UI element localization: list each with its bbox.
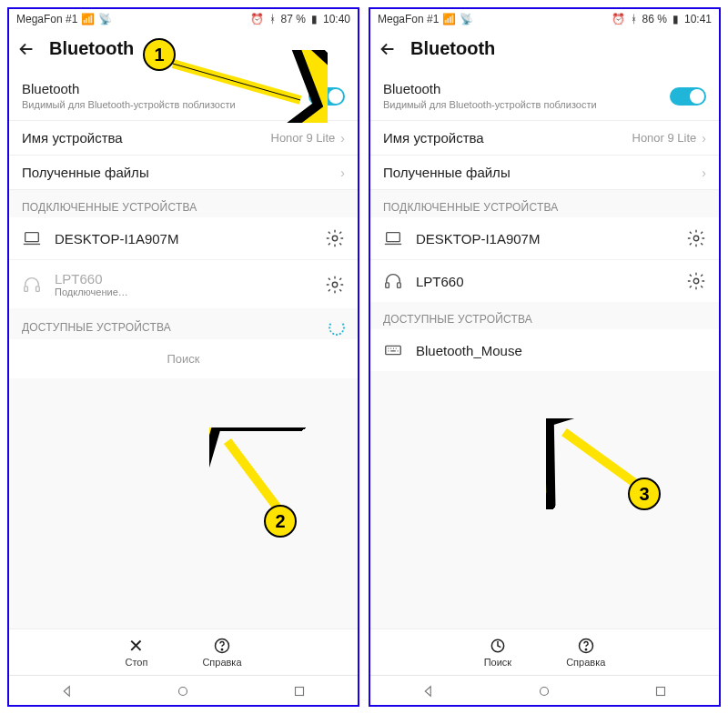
scanning-label: Поиск: [9, 339, 358, 378]
device-name-label: Имя устройства: [22, 130, 271, 146]
scan-button[interactable]: Поиск: [484, 637, 511, 668]
carrier-label: MegaFon #1: [378, 13, 439, 25]
back-button[interactable]: [378, 39, 398, 59]
battery-percent: 86 %: [642, 13, 667, 25]
alarm-icon: ⏰: [250, 13, 264, 25]
device-name: LPT660: [55, 271, 312, 287]
nav-recent-icon[interactable]: [652, 683, 669, 699]
signal-icon: 📶: [442, 13, 456, 25]
gear-icon[interactable]: [686, 228, 706, 248]
nav-recent-icon[interactable]: [291, 683, 308, 699]
bluetooth-toggle[interactable]: [670, 87, 706, 106]
paired-device-row[interactable]: LPT660: [370, 259, 719, 302]
statusbar: MegaFon #1 📶 📡 ⏰ ᚼ 86 % ▮ 10:41: [370, 9, 719, 29]
svg-rect-9: [387, 233, 400, 242]
callout-3: 3: [628, 478, 661, 510]
battery-icon: ▮: [311, 13, 318, 25]
chevron-right-icon: ›: [340, 131, 345, 146]
paired-device-row[interactable]: DESKTOP-I1A907M: [370, 217, 719, 259]
svg-rect-2: [25, 287, 28, 292]
svg-line-23: [228, 441, 282, 514]
device-name: DESKTOP-I1A907M: [416, 231, 673, 246]
svg-rect-8: [296, 688, 304, 696]
available-device-row[interactable]: Bluetooth_Mouse: [370, 329, 719, 371]
battery-percent: 87 %: [281, 13, 306, 25]
paired-device-row[interactable]: LPT660 Подключение…: [9, 259, 358, 308]
svg-point-6: [221, 649, 222, 650]
callout-2: 2: [264, 505, 297, 538]
received-files-row[interactable]: Полученные файлы ›: [370, 156, 719, 190]
nav-home-icon[interactable]: [175, 683, 191, 699]
section-available: ДОСТУПНЫЕ УСТРОЙСТВА: [370, 302, 719, 329]
help-icon: [213, 637, 231, 655]
section-paired: ПОДКЛЮЧЕННЫЕ УСТРОЙСТВА: [370, 190, 719, 217]
statusbar: MegaFon #1 📶 📡 ⏰ ᚼ 87 % ▮ 10:40: [9, 9, 358, 29]
section-paired: ПОДКЛЮЧЕННЫЕ УСТРОЙСТВА: [9, 190, 358, 217]
refresh-icon: [489, 637, 507, 655]
device-name-row[interactable]: Имя устройства Honor 9 Lite ›: [370, 121, 719, 156]
svg-point-7: [179, 688, 187, 696]
received-files-label: Полученные файлы: [22, 165, 340, 180]
gear-icon[interactable]: [686, 271, 706, 291]
bt-icon: ᚼ: [269, 13, 276, 25]
page-title: Bluetooth: [410, 38, 495, 59]
svg-point-1: [332, 236, 338, 242]
chevron-right-icon: ›: [702, 131, 706, 146]
help-button[interactable]: Справка: [202, 637, 241, 668]
signal-icon: 📶: [81, 13, 95, 25]
laptop-icon: [383, 228, 403, 248]
close-icon: ✕: [128, 637, 144, 655]
svg-rect-14: [386, 347, 401, 355]
svg-point-10: [693, 236, 699, 242]
paired-device-row[interactable]: DESKTOP-I1A907M: [9, 217, 358, 259]
svg-point-4: [332, 282, 338, 287]
chevron-right-icon: ›: [340, 166, 345, 180]
nav-back-icon[interactable]: [420, 683, 437, 699]
navbar: [9, 675, 358, 705]
bottom-actions: ✕ Стоп Справка: [9, 629, 358, 675]
titlebar: Bluetooth: [370, 29, 719, 72]
carrier-label: MegaFon #1: [16, 13, 77, 25]
headphones-icon: [383, 271, 403, 291]
arrow-2: [209, 427, 318, 528]
headphones-icon: [22, 275, 42, 295]
bluetooth-label: Bluetooth: [383, 81, 670, 96]
keyboard-icon: [383, 340, 403, 360]
back-button[interactable]: [16, 39, 36, 59]
bluetooth-visibility: Видимый для Bluetooth-устройств поблизос…: [383, 98, 670, 111]
laptop-icon: [22, 228, 42, 248]
received-files-row[interactable]: Полученные файлы ›: [9, 156, 358, 190]
help-button[interactable]: Справка: [566, 637, 605, 668]
device-name-value: Honor 9 Lite: [632, 131, 697, 145]
nav-home-icon[interactable]: [536, 683, 552, 699]
gear-icon[interactable]: [325, 275, 345, 295]
arrow-1: [164, 50, 328, 123]
svg-rect-11: [386, 283, 389, 288]
svg-rect-0: [25, 233, 39, 242]
device-name-value: Honor 9 Lite: [271, 131, 336, 145]
clock: 10:41: [684, 13, 712, 25]
device-name-label: Имя устройства: [383, 130, 632, 146]
clock: 10:40: [323, 13, 350, 25]
callout-1: 1: [143, 38, 176, 71]
bottom-actions: Поиск Справка: [370, 629, 719, 675]
section-available: ДОСТУПНЫЕ УСТРОЙСТВА: [9, 308, 358, 339]
page-title: Bluetooth: [49, 38, 134, 59]
device-name-row[interactable]: Имя устройства Honor 9 Lite ›: [9, 121, 358, 156]
svg-rect-19: [657, 688, 665, 696]
svg-point-13: [693, 279, 699, 285]
help-icon: [577, 637, 595, 655]
bluetooth-toggle-row[interactable]: Bluetooth Видимый для Bluetooth-устройст…: [370, 72, 719, 121]
received-files-label: Полученные файлы: [383, 165, 702, 180]
svg-point-17: [585, 649, 586, 650]
alarm-icon: ⏰: [612, 13, 625, 25]
nav-back-icon[interactable]: [59, 683, 76, 699]
svg-line-22: [173, 64, 300, 100]
navbar: [370, 675, 719, 705]
device-name: Bluetooth_Mouse: [416, 343, 706, 358]
stop-scan-button[interactable]: ✕ Стоп: [125, 637, 147, 668]
device-name: LPT660: [416, 274, 673, 289]
device-status: Подключение…: [55, 287, 312, 297]
gear-icon[interactable]: [325, 228, 345, 248]
chevron-right-icon: ›: [702, 166, 706, 180]
